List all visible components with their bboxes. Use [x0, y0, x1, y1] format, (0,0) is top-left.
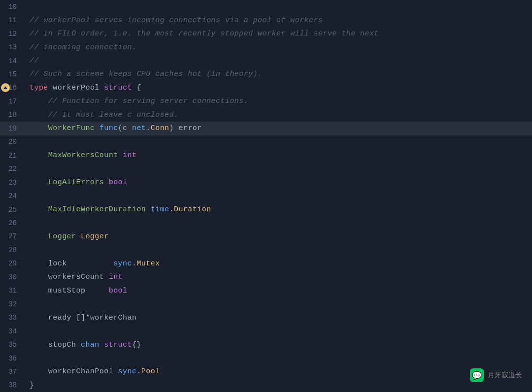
- line-content: // Such a scheme keeps CPU caches hot (i…: [25, 70, 532, 78]
- code-line: 26: [0, 216, 532, 229]
- code-line: 38}: [0, 379, 532, 392]
- code-line: 27 Logger Logger: [0, 230, 532, 243]
- line-number: 28: [0, 246, 25, 254]
- line-content: workerChanPool sync.Pool: [25, 367, 532, 376]
- line-number: 11: [0, 16, 25, 24]
- line-content: lock sync.Mutex: [25, 260, 532, 268]
- line-number: 35: [0, 341, 25, 349]
- line-number: 15: [0, 70, 25, 78]
- code-line: 20: [0, 135, 532, 149]
- line-content: // workerPool serves incoming connection…: [25, 16, 532, 25]
- line-number: 17: [0, 98, 25, 105]
- line-content: Logger Logger: [25, 232, 532, 241]
- line-content: ready []*workerChan: [25, 314, 532, 322]
- code-line: 19 WorkerFunc func(c net.Conn) error: [0, 122, 532, 135]
- line-content: // incoming connection.: [25, 43, 532, 52]
- code-line: 11// workerPool serves incoming connecti…: [0, 13, 532, 27]
- code-editor: 1011// workerPool serves incoming connec…: [0, 0, 532, 392]
- line-content: workersCount int: [25, 273, 532, 281]
- code-line: 37 workerChanPool sync.Pool: [0, 365, 532, 378]
- line-number: 37: [0, 368, 25, 376]
- line-number: 36: [0, 355, 25, 362]
- code-line: 10: [0, 0, 532, 13]
- line-number: 14: [0, 57, 25, 65]
- line-content: //: [25, 57, 532, 65]
- line-number: 38: [0, 381, 25, 389]
- line-number: 19: [0, 125, 25, 132]
- line-number: 24: [0, 192, 25, 200]
- line-number: 13: [0, 43, 25, 51]
- watermark-text: 月牙寂道长: [488, 371, 522, 380]
- code-line: 21 MaxWorkersCount int: [0, 149, 532, 162]
- watermark: 💬 月牙寂道长: [470, 368, 522, 382]
- line-content: mustStop bool: [25, 287, 532, 295]
- code-line: 24: [0, 189, 532, 202]
- code-line: 35 stopCh chan struct{}: [0, 338, 532, 351]
- line-number: 27: [0, 232, 25, 240]
- line-number: 29: [0, 260, 25, 267]
- line-content: type workerPool struct {: [25, 84, 532, 92]
- line-number: 20: [0, 138, 25, 146]
- code-line: 16type workerPool struct {: [0, 81, 532, 95]
- line-number: 31: [0, 287, 25, 294]
- code-line: 34: [0, 325, 532, 338]
- line-content: MaxIdleWorkerDuration time.Duration: [25, 205, 532, 214]
- line-number: 32: [0, 300, 25, 308]
- code-line: 31 mustStop bool: [0, 284, 532, 297]
- line-number: 23: [0, 179, 25, 187]
- code-line: 33 ready []*workerChan: [0, 311, 532, 324]
- gutter-icon: [1, 83, 10, 92]
- line-number: 21: [0, 152, 25, 160]
- line-content: // It must leave c unclosed.: [25, 111, 532, 119]
- line-number: 33: [0, 314, 25, 322]
- line-number: 26: [0, 219, 25, 227]
- line-number: 18: [0, 111, 25, 119]
- code-line: 29 lock sync.Mutex: [0, 257, 532, 270]
- code-line: 18 // It must leave c unclosed.: [0, 108, 532, 122]
- code-line: 17 // Function for serving server connec…: [0, 95, 532, 108]
- watermark-icon: 💬: [470, 368, 484, 382]
- code-line: 15// Such a scheme keeps CPU caches hot …: [0, 67, 532, 81]
- line-number: 34: [0, 327, 25, 335]
- line-number: 22: [0, 165, 25, 173]
- code-line: 28: [0, 243, 532, 257]
- code-line: 36: [0, 352, 532, 365]
- code-line: 14//: [0, 54, 532, 67]
- code-line: 12// in FILO order, i.e. the most recent…: [0, 27, 532, 40]
- code-line: 23 LogAllErrors bool: [0, 176, 532, 189]
- line-number: 12: [0, 30, 25, 38]
- line-content: stopCh chan struct{}: [25, 341, 532, 349]
- line-content: // Function for serving server connectio…: [25, 97, 532, 105]
- line-content: }: [25, 381, 532, 390]
- code-line: 13// incoming connection.: [0, 40, 532, 54]
- line-content: LogAllErrors bool: [25, 178, 532, 187]
- line-number: 10: [0, 3, 25, 11]
- line-content: // in FILO order, i.e. the most recently…: [25, 30, 532, 38]
- code-line: 22: [0, 162, 532, 175]
- line-content: WorkerFunc func(c net.Conn) error: [25, 124, 532, 132]
- line-number: 30: [0, 273, 25, 281]
- code-line: 25 MaxIdleWorkerDuration time.Duration: [0, 203, 532, 216]
- line-number: 25: [0, 206, 25, 214]
- line-content: MaxWorkersCount int: [25, 151, 532, 160]
- code-line: 32: [0, 297, 532, 311]
- code-line: 30 workersCount int: [0, 270, 532, 284]
